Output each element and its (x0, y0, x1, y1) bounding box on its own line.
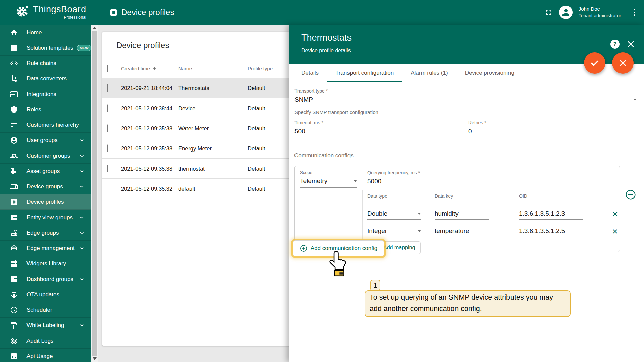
sidebar-item-user-groups[interactable]: User groups (0, 133, 91, 148)
row-checkbox[interactable] (107, 84, 108, 92)
sidebar-item-edge-management[interactable]: Edge management (0, 241, 91, 256)
chevron-down-icon (78, 168, 85, 175)
sidebar-item-edge-groups[interactable]: Edge groups (0, 225, 91, 241)
column-created-time[interactable]: Created time (121, 65, 150, 71)
apply-changes-button[interactable] (584, 52, 605, 74)
dropdown-caret-icon (633, 99, 637, 101)
plus-circle-icon (300, 245, 307, 252)
sidebar-item-scheduler[interactable]: Scheduler (0, 302, 91, 318)
sidebar-item-label: Audit Logs (26, 338, 53, 344)
thingsboard-logo[interactable]: ThingsBoard Professional (15, 4, 86, 20)
timeout-field[interactable]: Timeout, ms * 500 (294, 120, 464, 138)
close-icon[interactable] (626, 40, 635, 49)
sidebar-item-icon (10, 229, 18, 237)
sidebar-item-ota-updates[interactable]: OTA updates (0, 287, 91, 302)
sidebar-item-icon (10, 306, 18, 314)
oid-input[interactable]: 1.3.6.1.3.5.1.2.3 (519, 210, 583, 220)
querying-frequency-field[interactable]: Querying frequency, ms * 5000 (367, 170, 616, 188)
sidebar-item-solution-templates[interactable]: Solution templates NEW (0, 40, 91, 56)
sidebar-item-api-usage[interactable]: Api Usage (0, 349, 91, 362)
scope-select[interactable]: Scope Telemetry (300, 170, 357, 188)
sidebar-item-roles[interactable]: Roles (0, 102, 91, 117)
column-name[interactable]: Name (178, 65, 192, 71)
scrollbar-thumb[interactable] (92, 31, 97, 356)
sidebar-item-entity-view-groups[interactable]: Entity view groups (0, 210, 91, 225)
data-type-value: Integer (367, 227, 387, 235)
oid-value: 1.3.6.1.3.5.1.2.5 (519, 227, 565, 235)
data-key-value: temperature (435, 227, 469, 235)
sidebar-item-icon (10, 260, 18, 268)
discard-changes-button[interactable] (612, 52, 634, 74)
sidebar-item-integrations[interactable]: Integrations (0, 86, 91, 102)
data-key-input[interactable]: temperature (435, 227, 489, 237)
chevron-down-icon (78, 183, 85, 190)
sidebar-item-icon (10, 44, 18, 52)
select-all-checkbox[interactable] (107, 65, 108, 72)
more-menu-icon[interactable] (632, 7, 638, 18)
row-name: Thermostats (178, 85, 209, 91)
sidebar-scrollbar[interactable] (91, 25, 98, 362)
transport-type-field[interactable]: Transport type * SNMP (294, 88, 637, 106)
add-communication-config-button[interactable]: Add communication config (293, 240, 384, 256)
sidebar-item-label: Device groups (26, 183, 63, 190)
communication-configs-title: Communication configs (294, 152, 644, 159)
sidebar-item-label: Asset groups (26, 168, 60, 175)
scroll-down-arrow[interactable] (93, 357, 97, 360)
sidebar-item-rule-chains[interactable]: Rule chains (0, 56, 91, 71)
retries-field[interactable]: Retries * 0 (468, 120, 639, 138)
sort-desc-icon[interactable] (152, 66, 157, 71)
sidebar-item-dashboard-groups[interactable]: Dashboard groups (0, 272, 91, 287)
sidebar-item-device-profiles[interactable]: Device profiles (0, 194, 91, 210)
sidebar-item-icon (10, 352, 18, 360)
row-checkbox[interactable] (107, 124, 108, 132)
sidebar-item-data-converters[interactable]: Data converters (0, 71, 91, 86)
sidebar-item-label: Customers hierarchy (26, 122, 79, 128)
chevron-down-icon (78, 230, 85, 236)
tutorial-step-badge: 1 (370, 280, 380, 291)
sidebar-item-icon (10, 106, 18, 114)
sidebar-item-widgets-library[interactable]: Widgets Library (0, 256, 91, 272)
tab-details[interactable]: Details (293, 64, 327, 82)
tab-transport-configuration[interactable]: Transport configuration (327, 64, 402, 82)
tab-device-provisioning[interactable]: Device provisioning (457, 64, 523, 82)
sidebar-item-customer-groups[interactable]: Customer groups (0, 148, 91, 164)
data-key-value: humidity (435, 210, 459, 217)
new-badge: NEW (77, 45, 91, 51)
help-icon[interactable]: ? (610, 40, 620, 49)
oid-input[interactable]: 1.3.6.1.3.5.1.2.5 (519, 227, 583, 237)
sidebar-item-customers-hierarchy[interactable]: Customers hierarchy (0, 117, 91, 133)
sidebar-item-device-groups[interactable]: Device groups (0, 179, 91, 194)
data-type-value: Double (367, 210, 387, 217)
avatar[interactable] (559, 6, 573, 19)
sidebar-item-white-labeling[interactable]: White Labeling (0, 318, 91, 333)
remove-mapping-button[interactable]: ✕ (612, 210, 618, 220)
fullscreen-icon[interactable] (544, 8, 553, 17)
sidebar-item-label: OTA updates (26, 291, 59, 298)
sidebar-item-icon (10, 121, 18, 129)
data-type-select[interactable]: Integer (367, 227, 421, 237)
sidebar-item-asset-groups[interactable]: Asset groups (0, 164, 91, 179)
sidebar-item-icon (10, 275, 18, 283)
row-name: thermostat (178, 165, 205, 172)
remove-mapping-button[interactable]: ✕ (612, 228, 618, 237)
sidebar-item-home[interactable]: Home (0, 25, 91, 40)
panel-subtitle: Device profile details (301, 48, 351, 54)
sidebar-item-audit-logs[interactable]: Audit Logs (0, 333, 91, 349)
row-checkbox[interactable] (107, 104, 108, 112)
tab-alarm-rules-1[interactable]: Alarm rules (1) (402, 64, 456, 82)
sidebar-item-label: Widgets Library (26, 260, 66, 267)
chevron-down-icon (78, 322, 85, 329)
remove-communication-config-button[interactable] (625, 189, 636, 200)
data-key-input[interactable]: humidity (435, 210, 489, 220)
sidebar-item-label: Entity view groups (26, 214, 73, 221)
data-type-select[interactable]: Double (367, 210, 421, 220)
sidebar-item-icon (10, 167, 18, 175)
sidebar-item-icon (10, 214, 18, 222)
row-checkbox[interactable] (107, 165, 108, 172)
scroll-up-arrow[interactable] (93, 27, 97, 29)
sidebar-item-icon (10, 59, 18, 67)
sidebar-item-icon (10, 136, 18, 144)
row-checkbox[interactable] (107, 144, 108, 152)
column-profile-type[interactable]: Profile type (248, 65, 273, 71)
brand-edition: Professional (64, 15, 86, 20)
